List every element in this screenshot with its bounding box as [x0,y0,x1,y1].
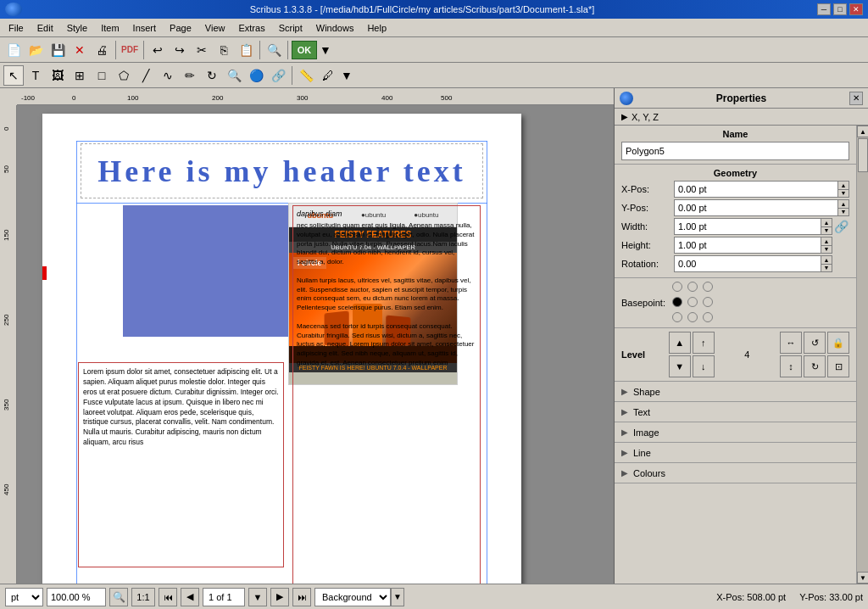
close-button[interactable]: ✕ [849,3,863,15]
open-button[interactable]: 📂 [25,40,46,60]
name-input[interactable] [621,142,849,160]
line-tool[interactable]: ╱ [136,65,156,86]
cut-button[interactable]: ✂ [192,40,212,60]
rotate-tool[interactable]: ↻ [202,65,222,86]
rotation-input[interactable] [674,255,821,272]
scroll-up-button[interactable]: ▲ [857,126,868,137]
save-button[interactable]: 💾 [47,40,68,60]
menu-style[interactable]: Style [60,21,94,35]
level-down[interactable]: ↓ [693,355,715,377]
link-tool[interactable]: 🔗 [268,65,288,86]
bp-mr[interactable] [703,297,713,307]
zoom-fit-button[interactable]: 🔍 [264,40,284,60]
image-section[interactable]: ▶ Image [615,422,856,443]
properties-scrollbar[interactable]: ▲ ▼ [856,126,868,584]
paste-button[interactable]: 📋 [236,40,256,60]
menu-page[interactable]: Page [163,21,198,35]
menu-help[interactable]: Help [360,21,393,35]
height-spinner[interactable]: ▲ ▼ [821,237,832,254]
bp-mc[interactable] [687,297,698,307]
last-page-button[interactable]: ⏭ [292,588,311,606]
menu-insert[interactable]: Insert [126,21,164,35]
level-up[interactable]: ↑ [693,332,715,354]
properties-close-button[interactable]: ✕ [849,92,863,105]
lorem-frame[interactable]: Lorem ipsum dolor sit amet, consectetuer… [78,362,284,567]
bp-tr[interactable] [703,282,713,292]
flip-h-button[interactable]: ↔ [780,332,802,354]
polygon-tool[interactable]: ⬠ [114,65,134,86]
bp-ml[interactable] [672,297,682,307]
pdf-button[interactable]: PDF [120,40,140,60]
measure-tool[interactable]: 📏 [296,65,316,86]
x-pos-down[interactable]: ▼ [838,189,849,198]
redo-button[interactable]: ↪ [170,40,190,60]
menu-view[interactable]: View [198,21,232,35]
maximize-button[interactable]: □ [833,3,847,15]
canvas-area[interactable]: Here is my header text ubuntu ●ubuntu [17,105,614,584]
bezier-tool[interactable]: ∿ [158,65,178,86]
first-page-button[interactable]: ⏮ [159,588,177,606]
freehand-tool[interactable]: ✏ [180,65,200,86]
minimize-button[interactable]: ─ [817,3,831,15]
table-tool[interactable]: ⊞ [70,65,90,86]
unit-selector[interactable]: pt mm in cm [5,588,43,606]
x-pos-input[interactable] [674,181,837,198]
y-pos-spinner[interactable]: ▲ ▼ [837,199,849,216]
colours-section[interactable]: ▶ Colours [615,463,856,483]
bp-bc[interactable] [687,312,698,322]
x-pos-spinner[interactable]: ▲ ▼ [837,181,849,198]
scroll-down-button[interactable]: ▼ [857,572,868,584]
close-doc-button[interactable]: ✕ [70,40,90,60]
menu-script[interactable]: Script [272,21,309,35]
menu-file[interactable]: File [2,21,31,35]
zoom-fit-btn[interactable]: 🔍 [109,588,128,606]
height-input[interactable] [674,237,821,254]
y-pos-down[interactable]: ▼ [838,208,849,216]
height-up[interactable]: ▲ [821,237,832,245]
rotate-ccw-button[interactable]: ↺ [804,332,826,354]
text-section[interactable]: ▶ Text [615,402,856,422]
select-tool[interactable]: ↖ [3,65,24,86]
width-up[interactable]: ▲ [821,219,832,226]
zoom-tool[interactable]: 🔍 [224,65,244,86]
level-bottom[interactable]: ▼ [669,355,691,377]
text-tool[interactable]: T [25,65,46,86]
prev-page-button[interactable]: ◀ [181,588,199,606]
ratio-button[interactable]: 1:1 [131,588,155,606]
align-button[interactable]: ⊡ [827,355,849,377]
extra-button[interactable]: ▼ [319,40,332,60]
layer-dropdown-arrow[interactable]: ▼ [391,588,404,606]
link-icon[interactable]: 🔗 [832,220,849,233]
x-pos-up[interactable]: ▲ [838,182,849,189]
ok-button[interactable]: OK [292,41,317,59]
xyz-tab[interactable]: ▶ X, Y, Z [615,109,868,126]
extra-tools-btn[interactable]: ▼ [340,65,353,86]
rotation-up[interactable]: ▲ [821,256,832,264]
shape-tool[interactable]: □ [92,65,112,86]
flip-v-button[interactable]: ↕ [780,355,802,377]
height-down[interactable]: ▼ [821,245,832,254]
level-top[interactable]: ▲ [669,332,691,354]
bp-tc[interactable] [687,282,698,292]
width-spinner[interactable]: ▲ ▼ [821,218,832,235]
menu-windows[interactable]: Windows [309,21,361,35]
rotation-spinner[interactable]: ▲ ▼ [821,255,832,272]
edit-tool[interactable]: 🖊 [318,65,338,86]
image-tool[interactable]: 🖼 [47,65,68,86]
copy-button[interactable]: ⎘ [214,40,234,60]
y-pos-input[interactable] [674,199,837,216]
bp-br[interactable] [703,312,713,322]
bp-bl[interactable] [672,312,682,322]
print-button[interactable]: 🖨 [92,40,112,60]
undo-button[interactable]: ↩ [147,40,168,60]
header-frame[interactable]: Here is my header text [81,143,483,198]
rotation-down[interactable]: ▼ [821,264,832,272]
eyedropper-tool[interactable]: 🔵 [246,65,266,86]
menu-extras[interactable]: Extras [231,21,271,35]
y-pos-up[interactable]: ▲ [838,200,849,208]
bp-tl[interactable] [672,282,682,292]
next-page-button[interactable]: ▶ [270,588,289,606]
menu-item[interactable]: Item [94,21,125,35]
lock-button[interactable]: 🔒 [827,332,849,354]
width-down[interactable]: ▼ [821,226,832,235]
